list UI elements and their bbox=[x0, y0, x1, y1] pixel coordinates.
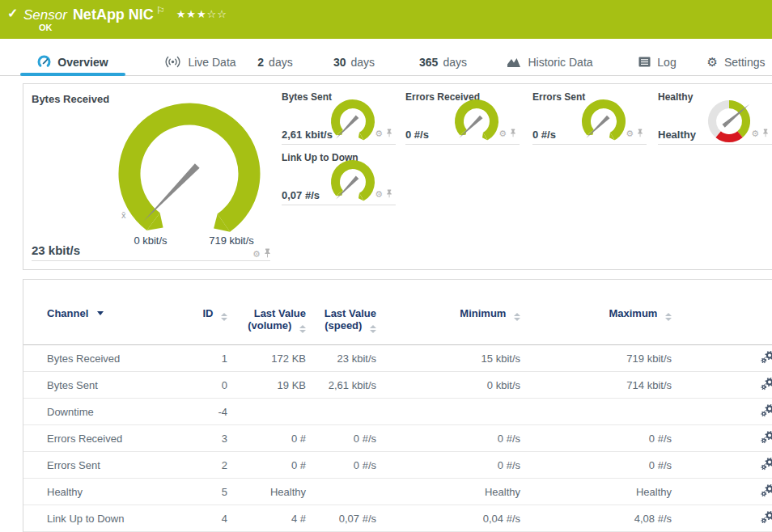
gauge-primary-bytes-received[interactable]: Bytes Received x̄ 0 kbit/s 719 kbit/s 23… bbox=[23, 84, 272, 261]
cell-maximum: 714 kbit/s bbox=[520, 372, 672, 399]
cell-last-volume: 0 # bbox=[227, 425, 306, 452]
column-header-id[interactable]: ID bbox=[177, 302, 227, 345]
gauge-value: 0 #/s bbox=[405, 129, 429, 141]
gauge-pin-icon[interactable] bbox=[386, 126, 392, 141]
gauge-pin-icon[interactable] bbox=[637, 126, 643, 141]
cell-last-volume: 19 KB bbox=[227, 372, 306, 399]
sort-desc-icon bbox=[97, 311, 104, 315]
column-header-last_speed[interactable]: Last Value(speed) bbox=[306, 302, 376, 345]
channel-settings-icon[interactable] bbox=[761, 484, 772, 497]
gauge-pin-icon[interactable] bbox=[510, 126, 516, 141]
gauge-value: 0 #/s bbox=[532, 129, 556, 141]
sensor-header-bar: ✓ SensorNetApp NIC⚐★★★☆☆ OK bbox=[0, 0, 772, 39]
log-icon bbox=[638, 57, 651, 67]
cell-channel: Healthy bbox=[23, 479, 177, 505]
tab-historic-data[interactable]: Historic Data bbox=[495, 49, 604, 75]
check-icon: ✓ bbox=[7, 6, 18, 21]
cell-last-speed: 2,61 kbit/s bbox=[306, 372, 376, 399]
flag-icon[interactable]: ⚐ bbox=[156, 5, 165, 16]
cell-divider bbox=[405, 144, 520, 145]
channel-settings-icon[interactable] bbox=[761, 431, 772, 444]
gauge-bytes-sent[interactable]: Bytes Sent2,61 kbit/s⚙ bbox=[280, 84, 397, 145]
status-badge: OK bbox=[39, 23, 53, 32]
cell-divider bbox=[32, 260, 270, 261]
column-header-channel[interactable]: Channel bbox=[23, 302, 177, 345]
gauge-icon bbox=[37, 55, 51, 69]
gauge-settings-gear-icon[interactable]: ⚙ bbox=[626, 129, 634, 138]
sensor-type-label: Sensor bbox=[23, 7, 67, 23]
cell-channel: Errors Received bbox=[23, 425, 177, 452]
channels-table: Channel ID Last Value(volume) Last Value… bbox=[23, 302, 772, 532]
cell-last-speed: 0 #/s bbox=[306, 452, 376, 479]
tab-overview[interactable]: Overview bbox=[20, 49, 125, 75]
cell-id: 4 bbox=[177, 505, 227, 532]
cell-last-volume bbox=[227, 399, 306, 425]
tab-2-days[interactable]: 2days bbox=[243, 49, 308, 75]
cell-minimum: 0 kbit/s bbox=[376, 372, 520, 399]
gauges-overview-panel: Bytes Received x̄ 0 kbit/s 719 kbit/s 23… bbox=[23, 83, 772, 270]
cell-maximum: 0 #/s bbox=[520, 452, 672, 479]
channel-settings-icon[interactable] bbox=[761, 404, 772, 417]
channel-settings-icon[interactable] bbox=[761, 351, 772, 364]
gauge-settings-gear-icon[interactable]: ⚙ bbox=[751, 129, 759, 138]
priority-stars[interactable]: ★★★☆☆ bbox=[176, 8, 227, 20]
table-row-bytes-received: Bytes Received1172 KB23 kbit/s15 kbit/s7… bbox=[23, 345, 772, 372]
cell-last-volume: 172 KB bbox=[227, 345, 306, 372]
cell-divider bbox=[282, 205, 396, 205]
sensor-title: SensorNetApp NIC⚐★★★☆☆ bbox=[23, 5, 227, 23]
cell-channel: Errors Sent bbox=[23, 452, 177, 479]
tab-settings[interactable]: ⚙Settings bbox=[698, 49, 772, 75]
table-row-errors-received: Errors Received30 #0 #/s0 #/s0 #/s bbox=[23, 425, 772, 452]
gauge-settings-gear-icon[interactable]: ⚙ bbox=[375, 129, 383, 138]
cell-maximum bbox=[520, 399, 672, 425]
gauge-settings-gear-icon[interactable]: ⚙ bbox=[375, 190, 383, 199]
column-header-actions bbox=[672, 302, 772, 345]
gauge-settings-gear-icon[interactable]: ⚙ bbox=[498, 129, 507, 138]
table-row-healthy: Healthy5HealthyHealthyHealthy bbox=[23, 479, 772, 505]
table-row-downtime: Downtime-4 bbox=[23, 399, 772, 425]
gauge-pin-icon[interactable] bbox=[264, 247, 271, 261]
gauge-errors-received[interactable]: Errors Received0 #/s⚙ bbox=[404, 84, 521, 145]
cell-id: 0 bbox=[177, 372, 227, 399]
gauge-settings-gear-icon[interactable]: ⚙ bbox=[252, 250, 261, 259]
sort-icon bbox=[514, 313, 520, 321]
cell-maximum: 0 #/s bbox=[520, 425, 672, 452]
sort-icon bbox=[299, 325, 306, 333]
channel-settings-icon[interactable] bbox=[761, 511, 772, 524]
sort-icon bbox=[665, 313, 672, 321]
live-icon bbox=[164, 56, 181, 68]
primary-gauge-scale-max: 719 kbit/s bbox=[195, 234, 268, 247]
gauge-pin-icon[interactable] bbox=[386, 187, 392, 201]
tab-live-data[interactable]: Live Data bbox=[154, 49, 247, 75]
cell-maximum: 719 kbit/s bbox=[520, 345, 672, 372]
gauge-errors-sent[interactable]: Errors Sent0 #/s⚙ bbox=[531, 84, 648, 145]
cell-last-speed: 23 kbit/s bbox=[306, 345, 376, 372]
gauge-link-up-to-down[interactable]: Link Up to Down0,07 #/s⚙ bbox=[280, 145, 397, 205]
column-header-maximum[interactable]: Maximum bbox=[520, 302, 672, 345]
gauge-healthy[interactable]: HealthyHealthy⚙ bbox=[656, 84, 772, 145]
cell-last-speed: 0 #/s bbox=[306, 425, 376, 452]
gauge-dial bbox=[324, 153, 383, 211]
table-row-bytes-sent: Bytes Sent019 KB2,61 kbit/s0 kbit/s714 k… bbox=[23, 372, 772, 399]
gauge-pin-icon[interactable] bbox=[762, 126, 769, 141]
gauge-dial bbox=[324, 92, 383, 150]
cell-maximum: Healthy bbox=[520, 479, 672, 505]
column-header-last_volume[interactable]: Last Value(volume) bbox=[227, 302, 306, 345]
historic-icon bbox=[507, 57, 521, 68]
cell-channel: Bytes Sent bbox=[23, 372, 177, 399]
tab-30-days[interactable]: 30days bbox=[320, 49, 388, 75]
tab-log[interactable]: Log bbox=[627, 49, 688, 75]
channel-settings-icon[interactable] bbox=[761, 458, 772, 471]
cell-minimum: 0 #/s bbox=[376, 452, 520, 479]
column-header-minimum[interactable]: Minimum bbox=[376, 302, 520, 345]
cell-id: 1 bbox=[177, 345, 227, 372]
cell-divider bbox=[658, 144, 772, 145]
primary-gauge-scale-min: 0 kbit/s bbox=[114, 234, 187, 247]
channel-settings-icon[interactable] bbox=[761, 378, 772, 391]
tab-365-days[interactable]: 365days bbox=[405, 49, 481, 75]
gauge-dial bbox=[575, 92, 634, 150]
cell-last-speed: 0,07 #/s bbox=[306, 505, 376, 532]
cell-channel: Downtime bbox=[23, 399, 177, 425]
gauge-dial bbox=[701, 92, 759, 150]
cell-minimum: 0,04 #/s bbox=[376, 505, 520, 532]
